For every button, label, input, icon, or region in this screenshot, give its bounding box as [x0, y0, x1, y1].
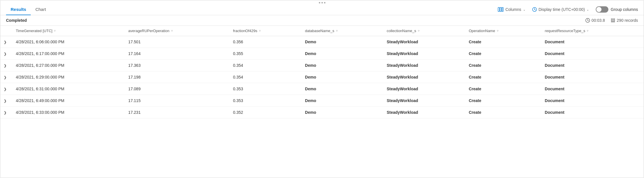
cell-fractionof: 0.355	[228, 48, 300, 60]
col-requestresource: requestResourceType_s ▿	[540, 26, 644, 36]
table-row: ❯4/28/2021, 6:33:00.000 PM17.2310.352Dem…	[0, 107, 644, 118]
expand-button[interactable]: ❯	[4, 64, 7, 68]
table-row: ❯4/28/2021, 6:17:00.000 PM17.1640.355Dem…	[0, 48, 644, 60]
tab-bar: Results Chart Columns ⌄	[0, 4, 644, 15]
toolbar: Columns ⌄ Display time (UTC+00:00) ⌄ Gro…	[498, 6, 638, 13]
results-table: TimeGenerated [UTC] ▿ averageRUPerOperat…	[0, 26, 644, 118]
duration-meta: 00:03.8	[585, 18, 605, 23]
table-container: TimeGenerated [UTC] ▿ averageRUPerOperat…	[0, 26, 644, 178]
col-collectionname: collectionName_s ▿	[382, 26, 464, 36]
cell-databasename: Demo	[300, 48, 382, 60]
group-columns-label: Group columns	[611, 7, 638, 12]
cell-timegenerated: 4/28/2021, 6:33:00.000 PM	[11, 107, 124, 118]
cell-averageru: 17.115	[124, 95, 229, 107]
filter-fractionof-icon[interactable]: ▿	[259, 29, 261, 33]
group-columns-toggle-container: Group columns	[596, 6, 638, 13]
cell-operationname: Create	[464, 95, 540, 107]
status-text: Completed	[6, 18, 585, 23]
cell-fractionof: 0.353	[228, 83, 300, 95]
dot-2	[321, 2, 323, 3]
filter-collectionname-icon[interactable]: ▿	[418, 29, 420, 33]
cell-averageru: 17.231	[124, 107, 229, 118]
svg-rect-10	[611, 20, 615, 21]
cell-requestresource: Document	[540, 107, 644, 118]
cell-fractionof: 0.356	[228, 36, 300, 48]
col-fractionof: fractionOf429s ▿	[228, 26, 300, 36]
cell-requestresource: Document	[540, 36, 644, 48]
filter-timegenerated-icon[interactable]: ▿	[54, 29, 56, 33]
cell-requestresource: Document	[540, 48, 644, 60]
col-timegenerated: TimeGenerated [UTC] ▿	[11, 26, 124, 36]
cell-collectionname: SteadyWorkload	[382, 36, 464, 48]
col-averageru: averageRUPerOperation ▿	[124, 26, 229, 36]
cell-collectionname: SteadyWorkload	[382, 60, 464, 71]
svg-line-5	[535, 9, 535, 10]
expand-button[interactable]: ❯	[4, 52, 7, 56]
expand-button[interactable]: ❯	[4, 87, 7, 91]
expand-button[interactable]: ❯	[4, 111, 7, 115]
tab-chart[interactable]: Chart	[31, 4, 51, 15]
svg-rect-0	[498, 7, 500, 11]
columns-button[interactable]: Columns ⌄	[498, 7, 525, 12]
svg-rect-9	[611, 19, 615, 19]
main-container: Results Chart Columns ⌄	[0, 0, 644, 178]
filter-requestresource-icon[interactable]: ▿	[587, 29, 589, 33]
dot-1	[319, 2, 320, 3]
status-meta: 00:03.8 290 records	[585, 18, 638, 23]
filter-operationname-icon[interactable]: ▿	[497, 29, 499, 33]
cell-fractionof: 0.354	[228, 71, 300, 83]
cell-requestresource: Document	[540, 95, 644, 107]
cell-databasename: Demo	[300, 95, 382, 107]
cell-operationname: Create	[464, 48, 540, 60]
timer-icon	[585, 18, 590, 23]
records-meta: 290 records	[611, 18, 638, 23]
cell-operationname: Create	[464, 36, 540, 48]
svg-rect-11	[611, 21, 615, 22]
cell-timegenerated: 4/28/2021, 6:29:00.000 PM	[11, 71, 124, 83]
cell-operationname: Create	[464, 83, 540, 95]
status-bar: Completed 00:03.8 290 records	[0, 15, 644, 26]
cell-timegenerated: 4/28/2021, 6:06:00.000 PM	[11, 36, 124, 48]
cell-operationname: Create	[464, 71, 540, 83]
cell-fractionof: 0.354	[228, 60, 300, 71]
table-header-row: TimeGenerated [UTC] ▿ averageRUPerOperat…	[0, 26, 644, 36]
table-row: ❯4/28/2021, 6:49:00.000 PM17.1150.353Dem…	[0, 95, 644, 107]
cell-averageru: 17.089	[124, 83, 229, 95]
cell-timegenerated: 4/28/2021, 6:49:00.000 PM	[11, 95, 124, 107]
top-dots	[0, 0, 644, 4]
group-columns-toggle[interactable]	[596, 6, 608, 13]
cell-databasename: Demo	[300, 60, 382, 71]
cell-databasename: Demo	[300, 71, 382, 83]
dot-3	[324, 2, 325, 3]
display-time-button[interactable]: Display time (UTC+00:00) ⌄	[532, 7, 589, 12]
expand-button[interactable]: ❯	[4, 75, 7, 79]
cell-operationname: Create	[464, 60, 540, 71]
cell-averageru: 17.363	[124, 60, 229, 71]
expand-button[interactable]: ❯	[4, 99, 7, 103]
clock-icon	[532, 7, 537, 12]
cell-timegenerated: 4/28/2021, 6:31:00.000 PM	[11, 83, 124, 95]
expand-button[interactable]: ❯	[4, 40, 7, 44]
cell-fractionof: 0.352	[228, 107, 300, 118]
cell-timegenerated: 4/28/2021, 6:27:00.000 PM	[11, 60, 124, 71]
col-databasename: databaseName_s ▿	[300, 26, 382, 36]
cell-operationname: Create	[464, 107, 540, 118]
cell-databasename: Demo	[300, 83, 382, 95]
cell-timegenerated: 4/28/2021, 6:17:00.000 PM	[11, 48, 124, 60]
cell-collectionname: SteadyWorkload	[382, 95, 464, 107]
cell-collectionname: SteadyWorkload	[382, 71, 464, 83]
table-row: ❯4/28/2021, 6:06:00.000 PM17.5010.356Dem…	[0, 36, 644, 48]
tab-results[interactable]: Results	[6, 4, 31, 15]
filter-databasename-icon[interactable]: ▿	[336, 29, 338, 33]
table-body: ❯4/28/2021, 6:06:00.000 PM17.5010.356Dem…	[0, 36, 644, 118]
filter-averageru-icon[interactable]: ▿	[171, 29, 173, 33]
cell-averageru: 17.164	[124, 48, 229, 60]
cell-fractionof: 0.353	[228, 95, 300, 107]
table-row: ❯4/28/2021, 6:31:00.000 PM17.0890.353Dem…	[0, 83, 644, 95]
svg-rect-2	[502, 7, 503, 11]
svg-rect-1	[500, 7, 502, 11]
svg-line-8	[588, 20, 589, 21]
cell-databasename: Demo	[300, 107, 382, 118]
duration-value: 00:03.8	[591, 18, 605, 23]
cell-requestresource: Document	[540, 83, 644, 95]
